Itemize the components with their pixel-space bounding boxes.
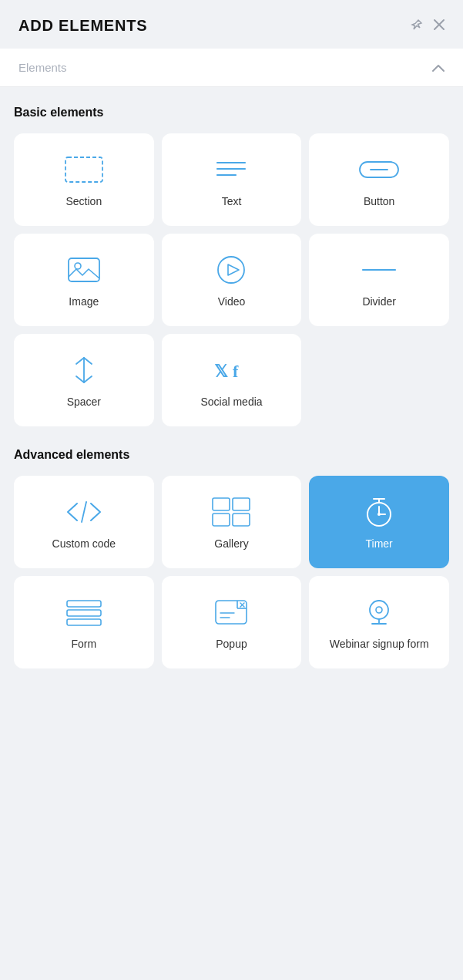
element-card-text[interactable]: Text — [162, 133, 302, 226]
form-label: Form — [71, 637, 96, 651]
element-card-popup[interactable]: Popup — [162, 576, 302, 668]
element-card-timer[interactable]: Timer — [309, 476, 449, 568]
gallery-label: Gallery — [214, 537, 248, 551]
social-media-label: Social media — [200, 395, 262, 409]
svg-point-26 — [377, 513, 381, 516]
webinar-signup-form-label: Webinar signup form — [330, 637, 429, 651]
svg-rect-20 — [233, 514, 250, 526]
basic-elements-title: Basic elements — [14, 106, 449, 120]
element-card-custom-code[interactable]: Custom code — [14, 476, 154, 568]
element-card-video[interactable]: Video — [162, 234, 302, 326]
elements-content: Basic elements Section — [0, 87, 463, 709]
text-icon — [214, 154, 248, 185]
svg-rect-27 — [67, 601, 101, 607]
basic-elements-group: Basic elements Section — [14, 106, 449, 426]
gallery-icon — [211, 497, 251, 527]
close-icon[interactable] — [434, 19, 445, 32]
panel-title: ADD ELEMENTS — [18, 17, 147, 35]
svg-rect-8 — [69, 258, 99, 281]
svg-rect-28 — [67, 610, 101, 616]
video-label: Video — [218, 295, 246, 308]
svg-line-16 — [82, 502, 86, 522]
panel-header: ADD ELEMENTS — [0, 0, 463, 49]
custom-code-icon — [65, 497, 103, 527]
pin-icon[interactable] — [411, 19, 423, 33]
button-label: Button — [364, 194, 394, 208]
element-card-image[interactable]: Image — [14, 234, 154, 326]
advanced-elements-group: Advanced elements Custom code — [14, 448, 449, 668]
advanced-elements-grid: Custom code Gallery — [14, 476, 449, 668]
svg-point-38 — [376, 607, 382, 613]
svg-rect-18 — [233, 498, 250, 510]
button-icon — [358, 154, 400, 185]
webinar-icon — [363, 597, 395, 628]
elements-section-label: Elements — [18, 61, 67, 74]
custom-code-label: Custom code — [52, 537, 116, 551]
element-card-spacer[interactable]: Spacer — [14, 334, 154, 426]
svg-point-9 — [75, 263, 81, 269]
image-label: Image — [69, 295, 99, 308]
chevron-up-icon — [432, 62, 445, 74]
header-actions — [411, 19, 445, 33]
element-card-section[interactable]: Section — [14, 133, 154, 226]
svg-text:f: f — [233, 362, 239, 381]
svg-point-37 — [370, 601, 388, 619]
svg-rect-2 — [65, 157, 102, 182]
spacer-label: Spacer — [67, 395, 101, 409]
advanced-elements-title: Advanced elements — [14, 448, 449, 462]
element-card-button[interactable]: Button — [309, 133, 449, 226]
divider-icon — [360, 254, 398, 285]
svg-point-10 — [218, 257, 244, 283]
basic-elements-grid: Section Text — [14, 133, 449, 426]
divider-label: Divider — [362, 295, 396, 308]
section-label: Section — [65, 194, 102, 208]
svg-rect-17 — [213, 498, 230, 510]
timer-icon — [364, 497, 394, 527]
timer-label: Timer — [366, 537, 393, 551]
element-card-social-media[interactable]: 𝕏 f Social media — [162, 334, 302, 426]
svg-marker-11 — [228, 264, 239, 275]
popup-label: Popup — [216, 637, 247, 651]
svg-rect-19 — [213, 514, 230, 526]
element-card-divider[interactable]: Divider — [309, 234, 449, 326]
add-elements-panel: ADD ELEMENTS Elements — [0, 0, 463, 980]
elements-section-header[interactable]: Elements — [0, 49, 463, 87]
section-icon — [64, 154, 104, 185]
text-label: Text — [222, 194, 242, 208]
social-media-icon: 𝕏 f — [211, 355, 251, 386]
image-icon — [67, 254, 101, 285]
form-icon — [65, 597, 102, 628]
element-card-webinar-signup-form[interactable]: Webinar signup form — [309, 576, 449, 668]
video-icon — [216, 254, 247, 285]
popup-icon — [213, 597, 250, 628]
element-card-gallery[interactable]: Gallery — [162, 476, 302, 568]
element-card-form[interactable]: Form — [14, 576, 154, 668]
spacer-icon — [70, 355, 98, 386]
svg-rect-29 — [67, 619, 101, 625]
svg-text:𝕏: 𝕏 — [214, 362, 228, 381]
